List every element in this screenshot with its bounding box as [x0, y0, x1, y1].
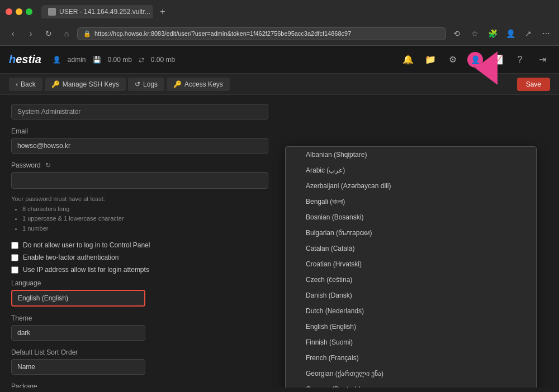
share-button[interactable]: ↗	[521, 26, 536, 41]
dropdown-language-item[interactable]: Czech (čeština)	[286, 272, 536, 288]
dropdown-language-item[interactable]: Albanian (Shqiptare)	[286, 147, 536, 162]
minimize-window-button[interactable]	[16, 8, 22, 15]
dropdown-item-label: Albanian (Shqiptare)	[306, 151, 367, 159]
folder-icon-button[interactable]: 📁	[423, 52, 438, 68]
theme-select[interactable]: dark	[11, 325, 145, 341]
bookmark-button[interactable]: ☆	[467, 26, 482, 41]
manage-ssh-label: Manage SSH Keys	[63, 80, 119, 88]
header-icons: 🔔 📁 ⚙ 👤 📈 ? ⇥	[400, 52, 550, 68]
chart-icon-button[interactable]: 📈	[490, 52, 505, 68]
checkbox-no-login-row: Do not allow user to log in to Control P…	[11, 241, 291, 249]
browser-toolbar: ‹ › ↻ ⌂ 🔒 https://hcp.howso.kr:8083/edit…	[0, 23, 559, 45]
dropdown-language-item[interactable]: Azerbaijani (Azərbaycan dili)	[286, 178, 536, 194]
more-button[interactable]: ⋯	[539, 26, 553, 41]
save-button[interactable]: Save	[517, 78, 550, 91]
extension-button[interactable]: 🧩	[485, 26, 500, 41]
new-tab-button[interactable]: +	[155, 4, 170, 19]
dropdown-item-label: German (Deutsch)	[306, 385, 361, 388]
password-input[interactable]	[11, 172, 268, 189]
reload-button[interactable]: ↻	[41, 26, 56, 41]
dropdown-item-label: Finnish (Suomi)	[306, 338, 353, 346]
logs-button[interactable]: ↺ Logs	[128, 78, 164, 91]
dropdown-item-label: French (Français)	[306, 354, 359, 362]
key-icon: 🔑	[51, 80, 60, 88]
dropdown-item-label: Arabic (عرب)	[306, 166, 345, 174]
url-text: https://hcp.howso.kr:8083/edit/user/?use…	[94, 30, 351, 37]
dropdown-item-label: English (English)	[306, 323, 356, 331]
password-rule-item: 1 number	[22, 224, 291, 234]
role-field: System Administrator	[11, 104, 268, 119]
browser-tab-active[interactable]: USER - 141.164.49.252.vultr... ✕	[41, 5, 153, 18]
translate-button[interactable]: ⟲	[449, 26, 464, 41]
header-transfer-icon: ⇄	[139, 56, 144, 64]
back-button[interactable]: ‹	[6, 26, 20, 41]
dropdown-language-item[interactable]: French (Français)	[286, 350, 536, 366]
header-storage: 0.00 mb	[108, 56, 132, 64]
dropdown-item-label: Croatian (Hrvatski)	[306, 260, 362, 268]
close-window-button[interactable]	[6, 8, 12, 15]
checkbox-2fa-label: Enable two-factor authentication	[23, 254, 119, 261]
home-button[interactable]: ⌂	[59, 26, 74, 41]
dropdown-language-item[interactable]: Bengali (বাংলা)	[286, 194, 536, 209]
email-input[interactable]: howso@howso.kr	[11, 138, 268, 154]
user-avatar-button[interactable]: 👤	[467, 52, 483, 68]
browser-actions: ⟲ ☆ 🧩 👤 ↗ ⋯	[449, 26, 553, 41]
app-logo: hestia	[9, 53, 41, 66]
checkbox-ip-row: Use IP address allow list for login atte…	[11, 266, 291, 274]
access-keys-button[interactable]: 🔑 Access Keys	[167, 78, 230, 91]
dropdown-item-label: Dutch (Nederlands)	[306, 307, 364, 315]
tab-bar: USER - 141.164.49.252.vultr... ✕ +	[41, 4, 553, 19]
password-label-row: Password ↻	[11, 161, 291, 169]
dropdown-item-label: Catalan (Català)	[306, 245, 354, 252]
dropdown-language-item[interactable]: Finnish (Suomi)	[286, 334, 536, 350]
dropdown-language-item[interactable]: Georgian (ქართული ენა)	[286, 366, 536, 381]
language-dropdown[interactable]: Albanian (Shqiptare)Arabic (عرب)Azerbaij…	[285, 146, 537, 388]
maximize-window-button[interactable]	[26, 8, 32, 15]
checkbox-no-login-label: Do not allow user to log in to Control P…	[23, 241, 150, 249]
checkbox-ip[interactable]	[11, 266, 18, 274]
dropdown-item-label: Danish (Dansk)	[306, 291, 352, 299]
bell-icon-button[interactable]: 🔔	[400, 52, 416, 68]
dropdown-language-item[interactable]: Dutch (Nederlands)	[286, 303, 536, 319]
sort-order-label: Default List Sort Order	[11, 348, 291, 356]
app-container: hestia 👤 admin 💾 0.00 mb ⇄ 0.00 mb 🔔 📁 ⚙…	[0, 46, 559, 388]
logout-icon-button[interactable]: ⇥	[534, 52, 550, 68]
header-username: admin	[68, 56, 86, 64]
refresh-password-icon[interactable]: ↻	[45, 161, 51, 169]
help-icon-button[interactable]: ?	[512, 52, 528, 68]
checkbox-2fa[interactable]	[11, 254, 18, 261]
checkbox-ip-label: Use IP address allow list for login atte…	[23, 266, 149, 274]
dropdown-language-item[interactable]: Arabic (عرب)	[286, 162, 536, 178]
back-nav-label: Back	[21, 80, 36, 88]
email-label: Email	[11, 127, 291, 135]
access-keys-label: Access Keys	[184, 80, 223, 88]
dropdown-item-label: Azerbaijani (Azərbaycan dili)	[306, 182, 391, 190]
manage-ssh-button[interactable]: 🔑 Manage SSH Keys	[45, 78, 126, 91]
checkbox-no-login[interactable]	[11, 242, 18, 249]
forward-button[interactable]: ›	[23, 26, 38, 41]
settings-icon-button[interactable]: ⚙	[445, 52, 461, 68]
dropdown-item-label: Georgian (ქართული ენა)	[306, 370, 383, 377]
browser-chrome: USER - 141.164.49.252.vultr... ✕ + ‹ › ↻…	[0, 0, 559, 46]
profile-button[interactable]: 👤	[503, 26, 518, 41]
browser-titlebar: USER - 141.164.49.252.vultr... ✕ +	[0, 0, 559, 23]
dropdown-language-item[interactable]: English (English)	[286, 319, 536, 334]
tab-favicon	[48, 8, 56, 16]
header-user-info: 👤 admin 💾 0.00 mb ⇄ 0.00 mb	[53, 56, 175, 64]
password-rule-item: 8 characters long	[22, 204, 291, 214]
back-nav-button[interactable]: ‹ Back	[9, 78, 42, 91]
dropdown-language-item[interactable]: Danish (Dansk)	[286, 288, 536, 303]
dropdown-language-item[interactable]: Catalan (Català)	[286, 241, 536, 256]
dropdown-language-item[interactable]: German (Deutsch)	[286, 381, 536, 388]
language-select[interactable]: English (English)	[11, 290, 145, 307]
traffic-lights	[6, 8, 32, 15]
tab-title: USER - 141.164.49.252.vultr...	[59, 8, 150, 16]
back-chevron-icon: ‹	[16, 80, 18, 88]
theme-label: Theme	[11, 314, 291, 322]
address-bar[interactable]: 🔒 https://hcp.howso.kr:8083/edit/user/?u…	[77, 27, 446, 40]
dropdown-language-item[interactable]: Bulgarian (български)	[286, 225, 536, 241]
dropdown-item-label: Bengali (বাংলা)	[306, 198, 345, 205]
dropdown-language-item[interactable]: Croatian (Hrvatski)	[286, 256, 536, 272]
dropdown-language-item[interactable]: Bosnian (Bosanski)	[286, 209, 536, 225]
sort-order-select[interactable]: Name	[11, 359, 145, 375]
